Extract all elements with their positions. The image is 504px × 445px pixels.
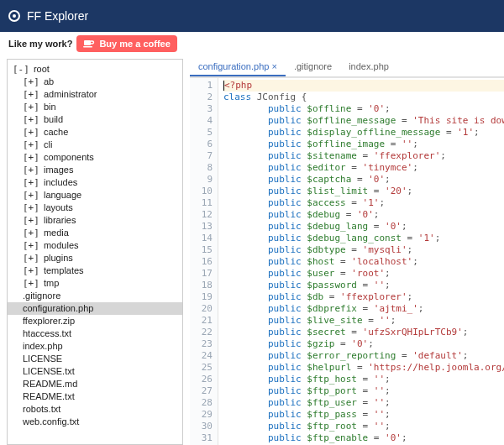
code-line[interactable]: public $ftp_enable = '0'; [223,432,504,444]
code-line[interactable]: public $db = 'ffexplorer'; [223,291,504,303]
tree-folder[interactable]: [+] libraries [8,214,182,227]
tree-folder[interactable]: [+] modules [8,239,182,252]
close-tab-icon[interactable]: × [269,61,276,71]
expand-icon[interactable]: [+] [23,265,39,276]
tree-file[interactable]: web.config.txt [8,416,182,428]
collapse-icon[interactable]: [-] [13,64,29,75]
code-line[interactable]: public $ftp_host = ''; [223,374,504,385]
expand-icon[interactable]: [+] [23,127,39,138]
buy-coffee-button[interactable]: Buy me a coffee [76,35,176,52]
expand-icon[interactable]: [+] [23,76,39,87]
tree-folder[interactable]: [+] bin [8,101,182,113]
expand-icon[interactable]: [+] [23,102,39,113]
code-line[interactable]: public $secret = 'ufzSxrQHIpLrTCb9'; [223,327,504,338]
code-token: $ftp_port [307,385,357,396]
tree-node-label: cli [41,139,52,149]
code-line[interactable]: public $list_limit = '20'; [223,186,504,197]
code-token: 'tinymce' [363,162,413,173]
code-line[interactable]: public $dbprefix = 'ajtmi_'; [223,303,504,315]
tree-folder[interactable]: [+] media [8,227,182,239]
tree-file[interactable]: LICENSE.txt [8,365,182,378]
tree-folder[interactable]: [+] ab [8,76,182,88]
code-line[interactable]: <?php [223,80,504,92]
code-line[interactable]: public $debug_lang = '0'; [223,221,504,233]
expand-icon[interactable]: [+] [23,165,39,175]
code-line[interactable]: public $sitename = 'ffexplorer'; [223,150,504,162]
tree-folder[interactable]: [+] components [8,151,182,164]
code-line[interactable]: public $offline = '0'; [223,103,504,115]
expand-icon[interactable]: [+] [23,202,39,213]
tree-folder[interactable]: [+] build [8,113,182,126]
code-token: ; [385,103,391,114]
tree-node-label: README.txt [23,391,75,401]
tree-folder[interactable]: [+] cli [8,139,182,151]
tree-folder[interactable]: [+] plugins [8,252,182,264]
tree-folder[interactable]: [+] includes [8,176,182,189]
tree-file[interactable]: LICENSE [8,353,182,365]
code-area[interactable]: <?phpclass JConfig { public $offline = '… [218,78,504,445]
code-line[interactable]: public $access = '1'; [223,197,504,209]
code-line[interactable]: public $live_site = ''; [223,315,504,327]
expand-icon[interactable]: [+] [23,278,39,289]
code-line[interactable]: public $password = ''; [223,280,504,291]
code-line[interactable]: public $offline_image = ''; [223,139,504,150]
code-line[interactable]: public $host = 'localhost'; [223,256,504,268]
code-line[interactable]: class JConfig { [223,92,504,103]
editor-tab[interactable]: .gitignore [286,59,340,76]
code-token: public [268,362,302,373]
tree-folder[interactable]: [+] layouts [8,202,182,214]
expand-icon[interactable]: [+] [23,114,39,125]
tree-node-label: modules [41,240,79,250]
editor-tab[interactable]: index.php [340,59,397,76]
expand-icon[interactable]: [+] [23,139,39,150]
tree-folder[interactable]: [+] tmp [8,277,182,290]
code-line[interactable]: public $helpurl = 'https://help.joomla.o… [223,362,504,374]
tree-file[interactable]: README.txt [8,390,182,403]
code-line[interactable]: public $user = 'root'; [223,268,504,280]
expand-icon[interactable]: [+] [23,152,39,163]
code-token: ; [412,162,418,173]
code-line[interactable]: public $ftp_pass = ''; [223,409,504,421]
code-line[interactable]: public $debug = '0'; [223,209,504,221]
code-token: $ftp_enable [307,432,368,443]
code-line[interactable]: public $dbtype = 'mysqli'; [223,244,504,256]
expand-icon[interactable]: [+] [23,177,39,188]
expand-icon[interactable]: [+] [23,228,39,238]
tree-folder[interactable]: [+] cache [8,126,182,139]
tree-file[interactable]: .gitignore [8,290,182,302]
code-line[interactable]: public $display_offline_message = '1'; [223,127,504,139]
expand-icon[interactable]: [+] [23,253,39,264]
expand-icon[interactable]: [+] [23,240,39,251]
code-line[interactable]: public $captcha = '0'; [223,174,504,186]
code-line[interactable]: public $offline_message = 'This site is … [223,115,504,127]
code-line[interactable]: public $debug_lang_const = '1'; [223,233,504,244]
editor-tab[interactable]: configuration.php × [190,59,286,76]
tree-file[interactable]: configuration.php [8,302,182,315]
code-line[interactable]: public $ftp_root = ''; [223,421,504,432]
code-line[interactable]: public $error_reporting = 'default'; [223,350,504,362]
code-token: = [357,150,374,161]
code-line[interactable]: public $ftp_user = ''; [223,397,504,409]
tree-folder[interactable]: [+] administrator [8,88,182,101]
tree-file[interactable]: ffexplorer.zip [8,315,182,327]
code-token: 'This site is down for maintenance [412,115,504,126]
file-tree[interactable]: [-] root[+] ab[+] administrator[+] bin[+… [7,59,183,445]
code-editor[interactable]: 1234567891011121314151617181920212223242… [190,77,504,445]
tree-folder[interactable]: [-] root [8,63,182,76]
code-line[interactable]: public $editor = 'tinymce'; [223,162,504,174]
expand-icon[interactable]: [+] [23,215,39,226]
expand-icon[interactable]: [+] [23,89,39,100]
code-token: $password [307,280,357,291]
code-line[interactable]: public $ftp_port = ''; [223,385,504,397]
tree-file[interactable]: README.md [8,378,182,390]
tree-file[interactable]: index.php [8,340,182,353]
tree-file[interactable]: robots.txt [8,403,182,416]
code-token: $live_site [307,315,362,326]
code-line[interactable]: public $gzip = '0'; [223,338,504,350]
tree-folder[interactable]: [+] images [8,164,182,176]
tree-folder[interactable]: [+] language [8,189,182,202]
tree-folder[interactable]: [+] templates [8,264,182,277]
expand-icon[interactable]: [+] [23,190,39,201]
code-token: $secret [307,327,345,338]
tree-file[interactable]: htaccess.txt [8,327,182,340]
